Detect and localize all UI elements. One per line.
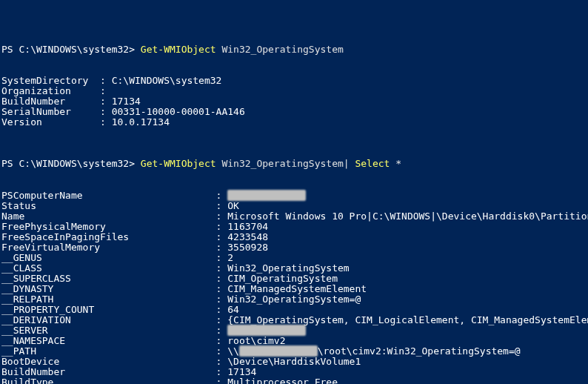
output-row: SystemDirectory : C:\WINDOWS\system32 [1,76,587,86]
output-value: Microsoft Windows 10 Pro|C:\WINDOWS|\Dev… [227,211,588,222]
output-row: FreeVirtualMemory : 3550928 [1,242,587,253]
output-key: PSComputerName [1,190,216,201]
output-sep: : [216,242,228,253]
output-row: PSComputerName : DESKTOP-3DPP8 [1,191,587,201]
powershell-terminal[interactable]: PS C:\WINDOWS\system32> Get-WMIObject Wi… [1,44,587,384]
output-sep: : [216,200,228,211]
output-value: 00331-10000-00001-AA146 [112,106,245,117]
output-sep: : [216,366,228,377]
output-row: __PROPERTY_COUNT : 64 [1,305,587,315]
cmdlet-name: Get-WMIObject [141,44,216,55]
output-sep: : [216,221,228,232]
output-sep: : [94,116,111,128]
output-row: FreeSpaceInPagingFiles : 4233548 [1,232,587,242]
output-sep: : [94,96,111,107]
output-key: BootDevice [1,356,216,367]
prompt-line-1: PS C:\WINDOWS\system32> Get-WMIObject Wi… [1,44,587,55]
output-key: SystemDirectory [1,75,94,86]
output-key: BuildNumber [1,96,94,107]
output-value: Win32_OperatingSystem [227,262,349,274]
cmdlet-arg: Win32_OperatingSystem [221,158,343,169]
output-sep: : [216,356,228,367]
output-row: __CLASS : Win32_OperatingSystem [1,263,587,274]
output-sep: : [216,211,228,222]
output-key: FreeVirtualMemory [1,242,216,253]
output-sep: : [216,190,228,201]
output-row: Name : Microsoft Windows 10 Pro|C:\WINDO… [1,211,587,222]
output-row: __GENUS : 2 [1,253,587,263]
ps-prompt: PS C:\WINDOWS\system32> [1,44,141,55]
output-value: 4233548 [227,231,268,242]
output-sep: : [216,304,228,315]
output-key: __SUPERCLASS [1,273,216,284]
output-value: 64 [227,304,239,315]
output-row: Organization : [1,86,587,96]
output-value: \\DESKTOP-3DPP8\root\cimv2:Win32_Operati… [227,345,520,357]
output-sep: : [216,283,228,294]
output-row: __SERVER : DESKTOP-3DPP8 [1,325,587,336]
output-sep: : [216,273,228,284]
output-key: Status [1,200,216,211]
cmdlet-name: Get-WMIObject [141,158,216,169]
output-value: Win32_OperatingSystem=@ [227,294,361,305]
cmdlet-arg: Win32_OperatingSystem [221,44,343,55]
output-value: CIM_OperatingSystem [227,273,338,284]
pipe: | [344,158,355,169]
output-value: CIM_ManagedSystemElement [227,283,367,294]
output-key: Organization [1,85,94,96]
output-sep: : [216,252,228,263]
output-value: {CIM_OperatingSystem, CIM_LogicalElement… [227,314,588,325]
output-key: __NAMESPACE [1,335,216,346]
output-value: 3550928 [227,242,268,253]
redacted-text: DESKTOP-3DPP8 [227,190,306,201]
output-key: SerialNumber [1,106,94,117]
output-key: __PROPERTY_COUNT [1,304,216,315]
prompt-line-2: PS C:\WINDOWS\system32> Get-WMIObject Wi… [1,159,587,169]
output-key: __DYNASTY [1,283,216,294]
output-key: Name [1,211,216,222]
select-arg: * [390,158,401,169]
output-row: __DERIVATION : {CIM_OperatingSystem, CIM… [1,315,587,325]
output-value: C:\WINDOWS\system32 [112,75,222,86]
output-row: __SUPERCLASS : CIM_OperatingSystem [1,274,587,284]
output-row: Version : 10.0.17134 [1,117,587,128]
redacted-text: DESKTOP-3DPP8 [227,325,306,336]
output-row: SerialNumber : 00331-10000-00001-AA146 [1,107,587,117]
redacted-text: DESKTOP-3DPP8 [239,345,318,357]
output-sep: : [216,314,228,325]
output-value: 17134 [112,96,141,107]
output-key: FreeSpaceInPagingFiles [1,231,216,242]
output-sep: : [94,85,111,96]
output-sep: : [216,262,228,274]
output-row: __RELPATH : Win32_OperatingSystem=@ [1,294,587,305]
output-key: __CLASS [1,262,216,274]
output-row: BootDevice : \Device\HarddiskVolume1 [1,357,587,367]
output-key: BuildType [1,377,216,384]
output-sep: : [216,231,228,242]
output-key: BuildNumber [1,366,216,377]
output-row: FreePhysicalMemory : 1163704 [1,222,587,232]
output-sep: : [216,294,228,305]
ps-prompt: PS C:\WINDOWS\system32> [1,158,141,169]
output-row: BuildNumber : 17134 [1,367,587,377]
output-value: 1163704 [227,221,268,232]
output-row: __NAMESPACE : root\cimv2 [1,336,587,346]
output-value: OK [227,200,239,211]
output-key: __SERVER [1,325,216,336]
output-row: BuildNumber : 17134 [1,96,587,107]
output-sep: : [216,377,228,384]
output-key: __DERIVATION [1,314,216,325]
select-cmdlet: Select [355,158,390,169]
output-sep: : [216,325,228,336]
output-value: 2 [227,252,233,263]
output-value: DESKTOP-3DPP8 [227,325,306,336]
output-key: __RELPATH [1,294,216,305]
output-row: __DYNASTY : CIM_ManagedSystemElement [1,284,587,294]
output-sep: : [94,75,111,86]
output-value: \Device\HarddiskVolume1 [227,356,361,367]
output-value: 17134 [227,366,256,377]
output-key: __GENUS [1,252,216,263]
output-key: Version [1,116,94,128]
output-key: __PATH [1,345,216,357]
output-value: Multiprocessor Free [227,377,338,384]
